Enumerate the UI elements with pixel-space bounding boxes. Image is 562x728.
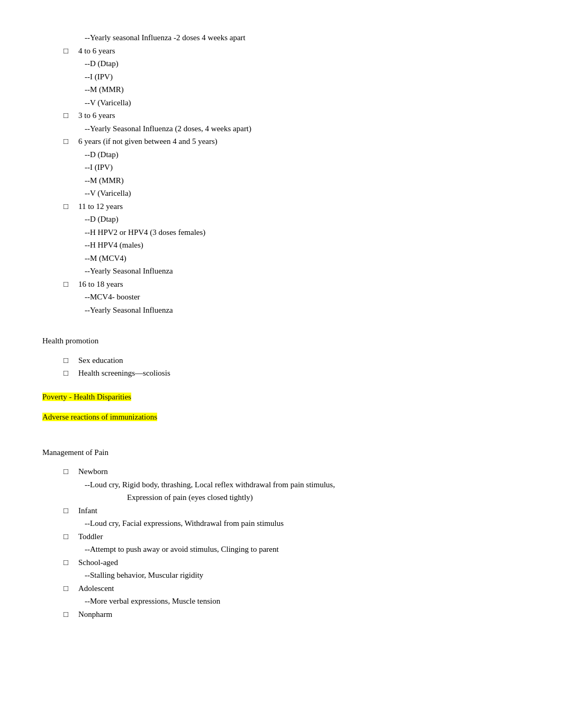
item-yearly-seasonal-3: --Yearly Seasonal Influenza xyxy=(85,304,519,316)
health-screenings-text: Health screenings—scoliosis xyxy=(78,367,519,379)
pain-school-aged-item: □ School-aged xyxy=(64,557,519,569)
bullet-symbol: □ xyxy=(64,608,78,621)
infant-label: Infant xyxy=(78,505,519,517)
pain-toddler-item: □ Toddler xyxy=(64,531,519,543)
age-label: 4 to 6 years xyxy=(78,45,519,57)
bullet-symbol: □ xyxy=(64,583,78,595)
bullet-symbol: □ xyxy=(64,354,78,367)
health-promotion-heading: Health promotion xyxy=(42,335,519,347)
adolescent-detail: --More verbal expressions, Muscle tensio… xyxy=(85,595,519,607)
item-v-varicella-2: --V (Varicella) xyxy=(85,187,519,199)
health-screenings-item: □ Health screenings—scoliosis xyxy=(64,367,519,379)
nonpharm-label: Nonpharm xyxy=(78,608,519,621)
bullet-symbol: □ xyxy=(64,367,78,379)
bullet-symbol: □ xyxy=(64,557,78,569)
item-m-mmr-1: --M (MMR) xyxy=(85,84,519,96)
item-d-dtap-1: --D (Dtap) xyxy=(85,58,519,70)
sex-education-text: Sex education xyxy=(78,354,519,367)
bullet-symbol: □ xyxy=(64,278,78,290)
toddler-detail: --Attempt to push away or avoid stimulus… xyxy=(85,543,519,556)
item-m-mcv4-3: --M (MCV4) xyxy=(85,252,519,265)
age-label: 16 to 18 years xyxy=(78,278,519,290)
age-label: 3 to 6 years xyxy=(78,110,519,122)
adolescent-label: Adolescent xyxy=(78,583,519,595)
item-mcv4-booster: --MCV4- booster xyxy=(85,291,519,303)
bullet-symbol: □ xyxy=(64,45,78,57)
age-group-4-6: □ 4 to 6 years xyxy=(64,45,519,57)
pain-infant-item: □ Infant xyxy=(64,505,519,517)
newborn-label: Newborn xyxy=(78,466,519,478)
item-h-hpv2-3: --H HPV2 or HPV4 (3 doses females) xyxy=(85,226,519,239)
newborn-detail-1: --Loud cry, Rigid body, thrashing, Local… xyxy=(85,479,519,491)
bullet-symbol: □ xyxy=(64,201,78,213)
age-group-11-12: □ 11 to 12 years xyxy=(64,201,519,213)
age-label: 11 to 12 years xyxy=(78,201,519,213)
age-group-3-6: □ 3 to 6 years xyxy=(64,110,519,122)
age-group-16-18: □ 16 to 18 years xyxy=(64,278,519,290)
toddler-label: Toddler xyxy=(78,531,519,543)
item-d-dtap-2: --D (Dtap) xyxy=(85,149,519,161)
item-i-ipv-1: --I (IPV) xyxy=(85,71,519,83)
school-aged-label: School-aged xyxy=(78,557,519,569)
item-m-mmr-2: --M (MMR) xyxy=(85,175,519,187)
adverse-reactions-heading: Adverse reactions of immunizations xyxy=(42,411,519,423)
item-h-hpv4-3: --H HPV4 (males) xyxy=(85,239,519,251)
age-group-6: □ 6 years (if not given between 4 and 5 … xyxy=(64,135,519,148)
item-yearly-seasonal-2: --Yearly Seasonal Influenza xyxy=(85,265,519,277)
bullet-symbol: □ xyxy=(64,505,78,517)
newborn-detail-2: Expression of pain (eyes closed tightly) xyxy=(127,492,519,504)
pain-newborn-item: □ Newborn xyxy=(64,466,519,478)
item-i-ipv-2: --I (IPV) xyxy=(85,161,519,174)
sex-education-item: □ Sex education xyxy=(64,354,519,367)
pain-adolescent-item: □ Adolescent xyxy=(64,583,519,595)
bullet-symbol: □ xyxy=(64,466,78,478)
yearly-influenza-line: --Yearly seasonal Influenza -2 doses 4 w… xyxy=(85,32,519,44)
item-v-varicella-1: --V (Varicella) xyxy=(85,97,519,109)
poverty-health-disparities-heading: Poverty - Health Disparities xyxy=(42,391,519,403)
infant-detail: --Loud cry, Facial expressions, Withdraw… xyxy=(85,517,519,530)
item-d-dtap-3: --D (Dtap) xyxy=(85,213,519,225)
school-aged-detail: --Stalling behavior, Muscular rigidity xyxy=(85,569,519,581)
bullet-symbol: □ xyxy=(64,110,78,122)
bullet-symbol: □ xyxy=(64,135,78,148)
main-content: --Yearly seasonal Influenza -2 doses 4 w… xyxy=(42,32,519,620)
age-label: 6 years (if not given between 4 and 5 ye… xyxy=(78,135,519,148)
pain-nonpharm-item: □ Nonpharm xyxy=(64,608,519,621)
management-pain-heading: Management of Pain xyxy=(42,447,519,459)
bullet-symbol: □ xyxy=(64,531,78,543)
item-yearly-seasonal-1: --Yearly Seasonal Influenza (2 doses, 4 … xyxy=(85,123,519,135)
